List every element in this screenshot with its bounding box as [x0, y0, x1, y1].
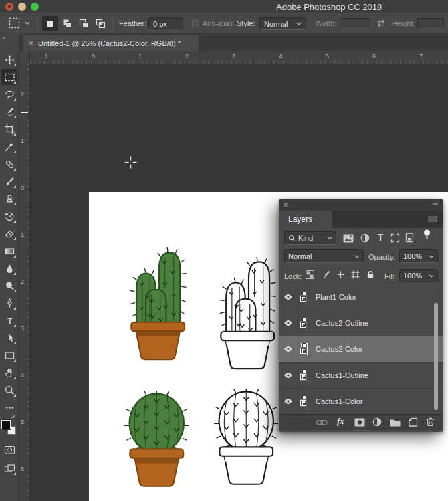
clone-stamp-tool[interactable]	[1, 191, 17, 207]
layer-row[interactable]: Plant1-Color	[279, 284, 443, 310]
new-layer-icon[interactable]	[408, 417, 418, 427]
pen-tool[interactable]	[1, 295, 17, 311]
panel-resize-grip[interactable]	[354, 430, 368, 431]
add-to-selection-button[interactable]	[59, 16, 75, 31]
new-selection-button[interactable]	[42, 16, 58, 31]
layer-thumbnail[interactable]	[303, 397, 306, 405]
move-tool[interactable]	[1, 52, 17, 68]
hand-tool[interactable]	[1, 365, 17, 381]
filter-pixel-layers-icon[interactable]	[343, 234, 354, 243]
foreground-color-swatch[interactable]	[1, 420, 11, 429]
feather-input[interactable]: 0 px	[148, 17, 183, 29]
layer-list-scrollbar[interactable]	[434, 303, 438, 410]
blur-tool[interactable]	[1, 260, 17, 276]
marquee-crosshair-cursor	[124, 155, 138, 169]
horizontal-ruler[interactable]: 1 0 1 2 3 4 5 6 7	[30, 51, 448, 64]
foreground-background-swatches[interactable]	[1, 420, 17, 436]
separator	[230, 16, 231, 31]
zoom-tool[interactable]	[1, 382, 17, 398]
brush-tool[interactable]	[1, 173, 17, 189]
new-group-folder-icon[interactable]	[390, 418, 401, 427]
width-input[interactable]	[340, 18, 370, 29]
lock-all-icon[interactable]	[366, 270, 374, 279]
layer-row[interactable]: Cactus1-Outline	[279, 363, 443, 389]
lasso-tool[interactable]	[1, 86, 17, 102]
layer-thumbnail[interactable]	[303, 371, 306, 379]
add-layer-mask-icon[interactable]	[354, 418, 365, 427]
eyedropper-tool[interactable]	[1, 138, 17, 155]
close-window-button[interactable]	[5, 3, 13, 11]
height-input[interactable]	[417, 18, 444, 29]
tool-preset-picker[interactable]	[8, 17, 30, 29]
layer-thumbnail[interactable]	[303, 293, 306, 301]
search-icon	[288, 235, 296, 242]
double-chevron-icon: »	[2, 35, 5, 41]
path-selection-tool[interactable]	[1, 330, 17, 346]
layer-row[interactable]: Cactus2-Outline	[279, 310, 443, 336]
minimize-window-button[interactable]	[18, 3, 26, 11]
new-adjustment-layer-icon[interactable]	[372, 417, 382, 427]
panel-menu-icon[interactable]	[427, 216, 437, 223]
antialias-checkbox[interactable]	[192, 20, 199, 27]
lock-artboard-icon[interactable]	[351, 270, 360, 279]
layer-row-selected[interactable]: Cactus2-Color	[279, 336, 443, 363]
filter-adjustment-layers-icon[interactable]	[360, 233, 370, 243]
zoom-window-button[interactable]	[31, 3, 39, 11]
lock-transparency-icon[interactable]	[306, 270, 314, 279]
document-tab[interactable]: × Untitled-1 @ 25% (Cactus2-Color, RGB/8…	[23, 35, 199, 51]
layer-row[interactable]: Cactus1-Color	[279, 389, 443, 415]
edit-toolbar-button[interactable]	[1, 399, 17, 415]
opacity-label: Opacity:	[368, 253, 395, 261]
screen-mode-button[interactable]	[1, 460, 17, 476]
rectangular-marquee-tool[interactable]	[1, 69, 17, 85]
layer-name: Cactus2-Outline	[316, 319, 368, 327]
crop-tool[interactable]	[1, 121, 17, 137]
lock-image-icon[interactable]	[322, 270, 330, 279]
visibility-toggle[interactable]	[279, 389, 298, 415]
style-dropdown[interactable]: Normal	[259, 17, 306, 30]
intersect-selection-button[interactable]	[92, 16, 108, 31]
filter-kind-dropdown[interactable]: Kind	[284, 231, 336, 245]
quick-selection-tool[interactable]	[1, 104, 17, 120]
filter-shape-layers-icon[interactable]	[390, 233, 400, 243]
visibility-toggle[interactable]	[279, 336, 298, 363]
visibility-toggle[interactable]	[279, 284, 298, 310]
swap-dimensions-icon[interactable]	[376, 19, 386, 28]
filter-type-layers-icon[interactable]: T	[376, 232, 385, 243]
history-brush-tool[interactable]	[1, 208, 17, 224]
dodge-tool[interactable]	[1, 278, 17, 294]
close-tab-icon[interactable]: ×	[29, 39, 33, 48]
subtract-from-selection-button[interactable]	[76, 16, 92, 31]
link-layers-icon[interactable]	[316, 420, 328, 425]
opacity-dropdown[interactable]: 100%	[399, 249, 438, 263]
toolbar-collapse-button[interactable]: »	[0, 33, 19, 51]
lock-position-icon[interactable]	[336, 270, 345, 279]
blend-mode-dropdown[interactable]: Normal	[284, 249, 364, 263]
fill-label: Fill:	[384, 272, 396, 280]
spot-healing-brush-tool[interactable]	[1, 156, 17, 172]
vertical-ruler[interactable]: 2 1 0 1 2 3 4 5 6	[19, 64, 30, 501]
eye-icon	[284, 346, 293, 353]
quick-mask-button[interactable]	[1, 441, 17, 458]
gradient-tool[interactable]	[1, 243, 17, 259]
rectangle-tool[interactable]	[1, 347, 17, 363]
ruler-tick-label: 3	[232, 53, 235, 60]
type-tool[interactable]: T	[1, 312, 17, 328]
filter-smart-objects-icon[interactable]	[405, 233, 415, 243]
ruler-tick-label: 2	[21, 278, 24, 285]
tab-layers[interactable]: Layers	[279, 211, 332, 228]
visibility-toggle[interactable]	[279, 363, 298, 389]
eye-icon	[284, 294, 293, 300]
filter-toggle-switch[interactable]	[423, 229, 431, 241]
layer-thumbnail[interactable]	[303, 345, 306, 353]
ruler-origin-corner[interactable]	[19, 51, 30, 64]
visibility-toggle[interactable]	[279, 310, 298, 336]
delete-layer-trash-icon[interactable]	[425, 417, 435, 427]
layer-thumbnail[interactable]	[303, 319, 306, 327]
close-panel-icon[interactable]: ×	[284, 201, 288, 209]
fill-dropdown[interactable]: 100%	[399, 269, 438, 282]
layer-style-fx-icon[interactable]: fx	[337, 416, 344, 427]
eraser-tool[interactable]	[1, 225, 17, 241]
ruler-tick-label: 1	[21, 138, 24, 144]
collapse-panel-icon[interactable]: ««	[432, 200, 438, 207]
